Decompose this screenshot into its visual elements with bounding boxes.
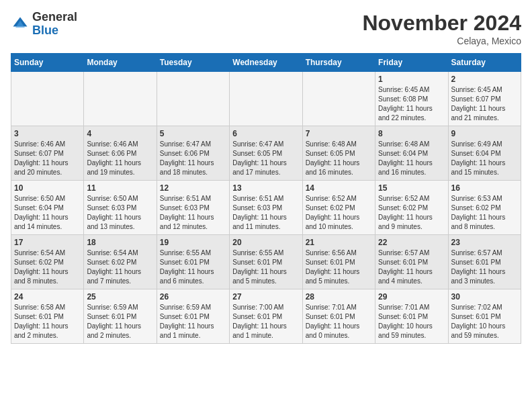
logo-icon (11, 15, 30, 34)
day-info: Sunrise: 6:56 AMSunset: 6:01 PMDaylight:… (306, 248, 372, 286)
weekday-header: Thursday (302, 54, 375, 72)
calendar-day-cell: 10 Sunrise: 6:50 AMSunset: 6:04 PMDaylig… (11, 181, 84, 235)
day-number: 17 (14, 238, 81, 247)
day-number: 25 (87, 292, 153, 302)
day-info: Sunrise: 6:51 AMSunset: 6:03 PMDaylight:… (160, 194, 226, 232)
weekday-header: Sunday (11, 54, 84, 72)
day-number: 11 (87, 183, 153, 193)
day-info: Sunrise: 6:58 AMSunset: 6:01 PMDaylight:… (14, 303, 81, 340)
day-info: Sunrise: 7:01 AMSunset: 6:01 PMDaylight:… (378, 303, 445, 340)
day-info: Sunrise: 6:59 AMSunset: 6:01 PMDaylight:… (87, 303, 153, 340)
day-info: Sunrise: 6:48 AMSunset: 6:05 PMDaylight:… (306, 140, 372, 177)
day-number: 3 (14, 129, 81, 138)
calendar-day-cell: 11 Sunrise: 6:50 AMSunset: 6:03 PMDaylig… (84, 181, 157, 235)
day-info: Sunrise: 6:59 AMSunset: 6:01 PMDaylight:… (160, 303, 226, 340)
day-number: 19 (160, 238, 226, 247)
day-number: 8 (378, 129, 445, 138)
calendar-day-cell: 19 Sunrise: 6:55 AMSunset: 6:01 PMDaylig… (157, 235, 229, 289)
calendar-day-cell: 5 Sunrise: 6:47 AMSunset: 6:06 PMDayligh… (157, 126, 229, 181)
calendar-day-cell: 14 Sunrise: 6:52 AMSunset: 6:02 PMDaylig… (302, 181, 375, 235)
day-info: Sunrise: 6:47 AMSunset: 6:05 PMDaylight:… (232, 140, 299, 177)
logo-blue-text: Blue (32, 24, 77, 38)
day-info: Sunrise: 6:55 AMSunset: 6:01 PMDaylight:… (232, 248, 299, 286)
day-number: 9 (451, 129, 518, 138)
day-number: 20 (232, 238, 299, 247)
day-number: 22 (378, 238, 445, 247)
calendar-day-cell: 8 Sunrise: 6:48 AMSunset: 6:04 PMDayligh… (375, 126, 448, 181)
calendar-day-cell: 6 Sunrise: 6:47 AMSunset: 6:05 PMDayligh… (230, 126, 302, 181)
calendar-day-cell: 20 Sunrise: 6:55 AMSunset: 6:01 PMDaylig… (230, 235, 302, 289)
weekday-header: Friday (375, 54, 448, 72)
day-info: Sunrise: 6:54 AMSunset: 6:02 PMDaylight:… (14, 248, 81, 286)
day-number: 26 (160, 292, 226, 302)
calendar-day-cell: 17 Sunrise: 6:54 AMSunset: 6:02 PMDaylig… (11, 235, 84, 289)
calendar-day-cell: 9 Sunrise: 6:49 AMSunset: 6:04 PMDayligh… (448, 126, 521, 181)
day-info: Sunrise: 6:54 AMSunset: 6:02 PMDaylight:… (87, 248, 153, 286)
calendar-day-cell: 12 Sunrise: 6:51 AMSunset: 6:03 PMDaylig… (157, 181, 229, 235)
weekday-header: Monday (84, 54, 157, 72)
day-number: 5 (160, 129, 226, 138)
calendar-week-row: 1 Sunrise: 6:45 AMSunset: 6:08 PMDayligh… (11, 72, 521, 126)
weekday-header: Wednesday (230, 54, 302, 72)
calendar-day-cell: 24 Sunrise: 6:58 AMSunset: 6:01 PMDaylig… (11, 289, 84, 344)
day-number: 10 (14, 183, 81, 193)
calendar-day-cell: 30 Sunrise: 7:02 AMSunset: 6:01 PMDaylig… (448, 289, 521, 344)
calendar-day-cell: 3 Sunrise: 6:46 AMSunset: 6:07 PMDayligh… (11, 126, 84, 181)
calendar-day-cell: 21 Sunrise: 6:56 AMSunset: 6:01 PMDaylig… (302, 235, 375, 289)
day-info: Sunrise: 6:52 AMSunset: 6:02 PMDaylight:… (378, 194, 445, 232)
day-info: Sunrise: 6:53 AMSunset: 6:02 PMDaylight:… (451, 194, 518, 232)
day-number: 21 (306, 238, 372, 247)
day-info: Sunrise: 6:47 AMSunset: 6:06 PMDaylight:… (160, 140, 226, 177)
day-number: 6 (232, 129, 299, 138)
day-info: Sunrise: 6:45 AMSunset: 6:07 PMDaylight:… (451, 85, 518, 123)
day-number: 2 (451, 75, 518, 84)
month-title: November 2024 (362, 11, 521, 36)
day-number: 30 (451, 292, 518, 302)
day-number: 29 (378, 292, 445, 302)
calendar-day-cell (84, 72, 157, 126)
logo-general-text: General (32, 11, 77, 24)
day-info: Sunrise: 6:57 AMSunset: 6:01 PMDaylight:… (378, 248, 445, 286)
day-number: 1 (378, 75, 445, 84)
day-info: Sunrise: 6:52 AMSunset: 6:02 PMDaylight:… (306, 194, 372, 232)
calendar-day-cell (157, 72, 229, 126)
day-info: Sunrise: 6:51 AMSunset: 6:03 PMDaylight:… (232, 194, 299, 232)
day-number: 7 (306, 129, 372, 138)
calendar-day-cell: 15 Sunrise: 6:52 AMSunset: 6:02 PMDaylig… (375, 181, 448, 235)
day-number: 12 (160, 183, 226, 193)
day-number: 14 (306, 183, 372, 193)
calendar-day-cell: 25 Sunrise: 6:59 AMSunset: 6:01 PMDaylig… (84, 289, 157, 344)
day-info: Sunrise: 6:48 AMSunset: 6:04 PMDaylight:… (378, 140, 445, 177)
calendar-day-cell: 4 Sunrise: 6:46 AMSunset: 6:06 PMDayligh… (84, 126, 157, 181)
day-info: Sunrise: 6:50 AMSunset: 6:04 PMDaylight:… (14, 194, 81, 232)
day-info: Sunrise: 7:00 AMSunset: 6:01 PMDaylight:… (232, 303, 299, 340)
calendar-week-row: 10 Sunrise: 6:50 AMSunset: 6:04 PMDaylig… (11, 181, 521, 235)
day-number: 16 (451, 183, 518, 193)
day-info: Sunrise: 6:46 AMSunset: 6:07 PMDaylight:… (14, 140, 81, 177)
weekday-header-row: SundayMondayTuesdayWednesdayThursdayFrid… (11, 54, 521, 72)
calendar-week-row: 24 Sunrise: 6:58 AMSunset: 6:01 PMDaylig… (11, 289, 521, 344)
day-number: 13 (232, 183, 299, 193)
day-info: Sunrise: 7:02 AMSunset: 6:01 PMDaylight:… (451, 303, 518, 340)
day-info: Sunrise: 6:55 AMSunset: 6:01 PMDaylight:… (160, 248, 226, 286)
weekday-header: Tuesday (157, 54, 229, 72)
day-info: Sunrise: 6:46 AMSunset: 6:06 PMDaylight:… (87, 140, 153, 177)
calendar-day-cell: 2 Sunrise: 6:45 AMSunset: 6:07 PMDayligh… (448, 72, 521, 126)
calendar-day-cell: 13 Sunrise: 6:51 AMSunset: 6:03 PMDaylig… (230, 181, 302, 235)
calendar-day-cell: 26 Sunrise: 6:59 AMSunset: 6:01 PMDaylig… (157, 289, 229, 344)
weekday-header: Saturday (448, 54, 521, 72)
calendar-day-cell: 18 Sunrise: 6:54 AMSunset: 6:02 PMDaylig… (84, 235, 157, 289)
calendar-day-cell: 23 Sunrise: 6:57 AMSunset: 6:01 PMDaylig… (448, 235, 521, 289)
calendar-week-row: 17 Sunrise: 6:54 AMSunset: 6:02 PMDaylig… (11, 235, 521, 289)
calendar-day-cell (11, 72, 84, 126)
logo: General Blue (11, 11, 77, 38)
day-info: Sunrise: 6:49 AMSunset: 6:04 PMDaylight:… (451, 140, 518, 177)
day-info: Sunrise: 6:57 AMSunset: 6:01 PMDaylight:… (451, 248, 518, 286)
day-info: Sunrise: 6:45 AMSunset: 6:08 PMDaylight:… (378, 85, 445, 123)
calendar-day-cell: 27 Sunrise: 7:00 AMSunset: 6:01 PMDaylig… (230, 289, 302, 344)
day-number: 24 (14, 292, 81, 302)
day-number: 18 (87, 238, 153, 247)
day-number: 28 (306, 292, 372, 302)
calendar-day-cell: 29 Sunrise: 7:01 AMSunset: 6:01 PMDaylig… (375, 289, 448, 344)
day-info: Sunrise: 7:01 AMSunset: 6:01 PMDaylight:… (306, 303, 372, 340)
